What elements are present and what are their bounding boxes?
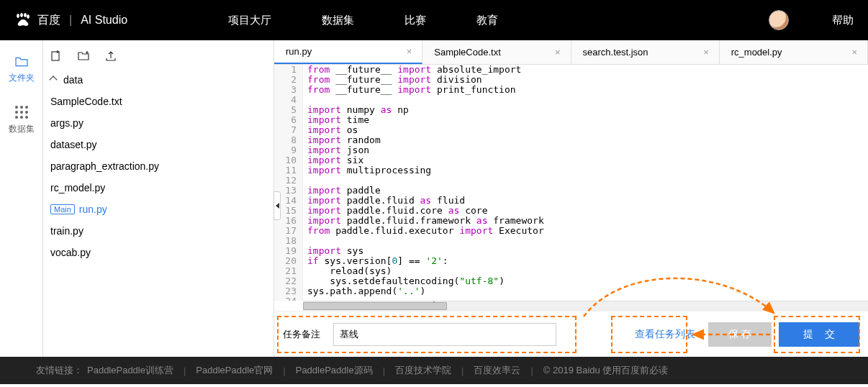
file-row[interactable]: SampleCode.txt bbox=[43, 91, 273, 112]
file-tree: data SampleCode.txt args.py dataset.py p… bbox=[43, 66, 273, 266]
tab-label: search.test.json bbox=[583, 47, 648, 58]
logo-studio-text: AI Studio bbox=[81, 14, 127, 27]
footer: 友情链接： PaddlePaddle训练营| PaddlePaddle官网| P… bbox=[0, 357, 868, 384]
logo-separator: | bbox=[69, 14, 72, 27]
top-nav: 项目大厅 数据集 比赛 教育 bbox=[228, 14, 498, 27]
file-row[interactable]: vocab.py bbox=[43, 242, 273, 263]
folder-icon bbox=[14, 56, 29, 68]
file-label: dataset.py bbox=[50, 139, 97, 150]
baidu-paw-icon bbox=[14, 12, 32, 29]
tab-searchtest[interactable]: search.test.json× bbox=[571, 40, 720, 64]
footer-link[interactable]: PaddlePaddle源码 bbox=[296, 364, 373, 377]
nav-datasets[interactable]: 数据集 bbox=[322, 14, 354, 27]
rail-datasets[interactable]: 数据集 bbox=[9, 106, 35, 135]
file-label: run.py bbox=[79, 204, 107, 215]
footer-link[interactable]: PaddlePaddle官网 bbox=[196, 364, 273, 377]
tab-samplecode[interactable]: SampleCode.txt× bbox=[422, 40, 571, 64]
file-label: args.py bbox=[50, 117, 83, 129]
footer-link[interactable]: 百度效率云 bbox=[474, 364, 520, 377]
close-icon[interactable]: × bbox=[555, 47, 561, 58]
task-note-input[interactable] bbox=[333, 323, 556, 346]
save-button[interactable]: 保 存 bbox=[708, 322, 772, 347]
nav-competition[interactable]: 比赛 bbox=[404, 14, 426, 27]
main-badge: Main bbox=[50, 204, 75, 214]
nav-education[interactable]: 教育 bbox=[476, 14, 498, 27]
rail-files-label: 文件夹 bbox=[9, 72, 35, 84]
nav-projects[interactable]: 项目大厅 bbox=[228, 14, 271, 27]
upload-icon[interactable] bbox=[105, 50, 117, 62]
tab-rcmodel[interactable]: rc_model.py× bbox=[720, 40, 868, 64]
rail-files[interactable]: 文件夹 bbox=[9, 56, 35, 84]
editor-area: run.py× SampleCode.txt× search.test.json… bbox=[273, 40, 868, 357]
bottom-bar: 任务备注 查看任务列表 保 存 提 交 bbox=[274, 311, 868, 357]
task-note-label: 任务备注 bbox=[283, 328, 320, 341]
avatar[interactable] bbox=[769, 10, 789, 30]
collapse-sidebar-handle[interactable] bbox=[273, 191, 281, 220]
scrollbar-thumb[interactable] bbox=[303, 302, 447, 310]
left-rail: 文件夹 数据集 bbox=[0, 40, 43, 357]
folder-row-data[interactable]: data bbox=[43, 69, 273, 91]
nav-help[interactable]: 帮助 bbox=[832, 14, 854, 27]
footer-link[interactable]: PaddlePaddle训练营 bbox=[87, 364, 173, 377]
close-icon[interactable]: × bbox=[703, 47, 709, 58]
file-label: vocab.py bbox=[50, 247, 91, 258]
footer-copyright: © 2019 Baidu 使用百度前必读 bbox=[543, 364, 669, 377]
tab-label: rc_model.py bbox=[731, 47, 782, 58]
file-row-runpy[interactable]: Mainrun.py bbox=[43, 199, 273, 220]
file-row[interactable]: dataset.py bbox=[43, 134, 273, 155]
top-header: 百度 | AI Studio 项目大厅 数据集 比赛 教育 帮助 bbox=[0, 0, 868, 40]
file-label: paragraph_extraction.py bbox=[50, 160, 159, 172]
footer-link[interactable]: 百度技术学院 bbox=[395, 364, 451, 377]
tab-runpy[interactable]: run.py× bbox=[274, 40, 422, 64]
tab-label: run.py bbox=[286, 46, 312, 57]
file-label: SampleCode.txt bbox=[50, 96, 122, 107]
file-row[interactable]: args.py bbox=[43, 112, 273, 134]
file-label: rc_model.py bbox=[50, 182, 105, 194]
file-label: train.py bbox=[50, 225, 83, 237]
logo-baidu-text: 百度 bbox=[37, 13, 60, 28]
close-icon[interactable]: × bbox=[851, 47, 857, 58]
horizontal-scrollbar[interactable] bbox=[303, 301, 868, 311]
footer-label: 友情链接： bbox=[36, 364, 83, 377]
rail-datasets-label: 数据集 bbox=[9, 123, 35, 135]
file-panel: data SampleCode.txt args.py dataset.py p… bbox=[43, 40, 273, 357]
code-editor[interactable]: 1from __future__ import absolute_import2… bbox=[274, 65, 868, 301]
close-icon[interactable]: × bbox=[407, 46, 412, 57]
file-row[interactable]: rc_model.py bbox=[43, 177, 273, 199]
view-tasks-link[interactable]: 查看任务列表 bbox=[629, 328, 701, 341]
editor-tabs: run.py× SampleCode.txt× search.test.json… bbox=[274, 40, 868, 65]
new-file-icon[interactable] bbox=[50, 50, 62, 62]
logo[interactable]: 百度 | AI Studio bbox=[14, 12, 127, 29]
file-row[interactable]: paragraph_extraction.py bbox=[43, 155, 273, 177]
main-area: 文件夹 数据集 data SampleCode.txt args.py data… bbox=[0, 40, 868, 357]
chevron-icon bbox=[49, 76, 57, 83]
file-row[interactable]: train.py bbox=[43, 220, 273, 242]
folder-label: data bbox=[63, 74, 83, 86]
tab-label: SampleCode.txt bbox=[434, 47, 501, 58]
file-toolbar bbox=[43, 46, 273, 66]
new-folder-icon[interactable] bbox=[78, 50, 89, 62]
grid-icon bbox=[15, 106, 28, 119]
submit-button[interactable]: 提 交 bbox=[779, 322, 859, 347]
